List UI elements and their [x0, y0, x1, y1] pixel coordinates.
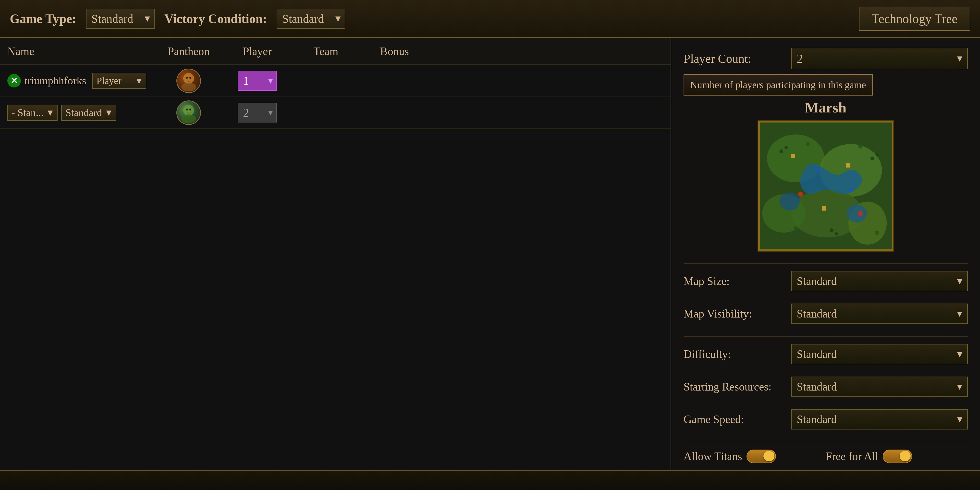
game-type-dropdown[interactable]: Standard ▼ — [86, 9, 154, 29]
player-count-row: Player Count: 2 3 4 6 8 ▼ — [684, 48, 968, 69]
starting-resources-select[interactable]: Standard Low High — [791, 377, 968, 397]
divider-1 — [684, 263, 968, 264]
player-num-cell-2[interactable]: 2 1 ▼ — [223, 103, 291, 123]
player-num-cell-1[interactable]: 1 2 ▼ — [223, 71, 291, 91]
svg-point-29 — [806, 142, 810, 146]
difficulty-select-wrapper[interactable]: Standard Easy Hard ▼ — [791, 344, 968, 364]
pantheon-avatar-2[interactable] — [177, 100, 201, 125]
svg-point-24 — [875, 153, 879, 157]
difficulty-row: Difficulty: Standard Easy Hard ▼ — [684, 344, 968, 364]
player-count-select-wrapper[interactable]: 2 3 4 6 8 ▼ — [791, 48, 968, 69]
allow-titans-toggle[interactable] — [746, 450, 776, 463]
free-for-all-toggle-group: Free for All — [826, 450, 968, 463]
free-for-all-toggle[interactable] — [883, 450, 912, 463]
top-bar: Game Type: Standard ▼ Victory Condition:… — [0, 0, 980, 38]
pantheon-cell-2 — [154, 100, 223, 125]
svg-rect-15 — [846, 163, 850, 167]
map-visibility-select[interactable]: Standard Explored Revealed — [791, 304, 968, 324]
map-preview-svg — [760, 123, 892, 250]
svg-point-20 — [849, 188, 853, 192]
col-header-player: Player — [223, 45, 291, 58]
game-speed-select-wrapper[interactable]: Standard Slow Fast ▼ — [791, 409, 968, 430]
divider-3 — [684, 442, 968, 442]
col-header-pantheon: Pantheon — [154, 45, 223, 58]
divider-2 — [684, 336, 968, 337]
civ-type-select[interactable]: Standard — [61, 105, 116, 121]
svg-point-17 — [858, 211, 863, 216]
pantheon-avatar-svg-2 — [178, 102, 200, 124]
svg-rect-14 — [791, 154, 795, 158]
map-size-row: Map Size: Standard Small Large ▼ — [684, 271, 968, 291]
svg-point-22 — [784, 146, 788, 150]
technology-tree-button[interactable]: Technology Tree — [859, 6, 970, 31]
map-size-select-wrapper[interactable]: Standard Small Large ▼ — [791, 271, 968, 291]
player-type-dropdown[interactable]: Player ▼ — [92, 73, 146, 89]
svg-point-18 — [798, 192, 803, 197]
civ-filter-select[interactable]: - Stan... — [7, 105, 57, 121]
starting-resources-label: Starting Resources: — [684, 380, 791, 393]
pantheon-avatar-1[interactable] — [177, 68, 201, 93]
victory-condition-label: Victory Condition: — [164, 11, 267, 26]
col-header-team: Team — [291, 45, 360, 58]
svg-point-0 — [183, 73, 194, 84]
game-type-select[interactable]: Standard — [86, 9, 154, 29]
victory-condition-dropdown[interactable]: Standard ▼ — [277, 9, 345, 29]
player-type-select-1[interactable]: Player — [92, 73, 146, 89]
bottom-bar — [0, 470, 980, 490]
svg-point-23 — [870, 157, 874, 161]
player-row2-options: - Stan... ▼ Standard ▼ — [7, 105, 154, 121]
pantheon-avatar-svg-1 — [178, 70, 200, 92]
player-name: triumphhforks — [24, 75, 86, 87]
map-visibility-label: Map Visibility: — [684, 307, 791, 320]
player-num-dropdown-2[interactable]: 2 1 ▼ — [238, 103, 277, 123]
map-frame — [758, 121, 893, 251]
svg-point-26 — [835, 232, 838, 236]
player-name-cell: ✕ triumphhforks Player ▼ — [7, 73, 154, 89]
map-size-select[interactable]: Standard Small Large — [791, 271, 968, 291]
svg-point-21 — [780, 149, 783, 153]
starting-resources-select-wrapper[interactable]: Standard Low High ▼ — [791, 377, 968, 397]
col-header-bonus: Bonus — [360, 45, 429, 58]
player-num-dropdown-1[interactable]: 1 2 ▼ — [238, 71, 277, 91]
svg-point-27 — [794, 226, 798, 230]
game-speed-select[interactable]: Standard Slow Fast — [791, 409, 968, 430]
svg-point-28 — [858, 144, 863, 149]
main-content: Name Pantheon Player Team Bonus ✕ triump… — [0, 38, 980, 490]
civ-filter-dropdown[interactable]: - Stan... ▼ — [7, 105, 57, 121]
svg-point-19 — [815, 169, 819, 172]
map-visibility-select-wrapper[interactable]: Standard Explored Revealed ▼ — [791, 304, 968, 324]
player-count-label: Player Count: — [684, 51, 791, 66]
allow-titans-toggle-group: Allow Titans — [684, 450, 826, 463]
column-headers: Name Pantheon Player Team Bonus — [0, 38, 671, 65]
allow-titans-label: Allow Titans — [684, 450, 742, 463]
map-visibility-row: Map Visibility: Standard Explored Reveal… — [684, 304, 968, 324]
right-panel: Player Count: 2 3 4 6 8 ▼ Number of play… — [671, 38, 980, 490]
col-header-name: Name — [7, 45, 154, 58]
svg-point-25 — [830, 228, 834, 232]
left-panel: Name Pantheon Player Team Bonus ✕ triump… — [0, 38, 671, 490]
civ-type-dropdown[interactable]: Standard ▼ — [61, 105, 116, 121]
difficulty-label: Difficulty: — [684, 348, 791, 361]
player-num-select-2[interactable]: 2 1 — [238, 103, 277, 123]
svg-point-1 — [181, 83, 196, 91]
map-size-label: Map Size: — [684, 275, 791, 288]
toggle-row-1: Allow Titans Free for All — [684, 450, 968, 463]
map-preview-container — [684, 121, 968, 251]
map-name: Marsh — [684, 99, 968, 116]
player-count-tooltip: Number of players participating in this … — [684, 74, 873, 95]
player-count-select[interactable]: 2 3 4 6 8 — [791, 48, 968, 69]
svg-point-2 — [186, 77, 188, 79]
pantheon-cell-1 — [154, 68, 223, 93]
svg-point-5 — [181, 115, 196, 123]
victory-condition-select[interactable]: Standard — [277, 9, 345, 29]
svg-point-6 — [186, 108, 188, 110]
game-speed-label: Game Speed: — [684, 413, 791, 426]
svg-point-30 — [875, 231, 879, 235]
xbox-icon: ✕ — [7, 74, 21, 88]
difficulty-select[interactable]: Standard Easy Hard — [791, 344, 968, 364]
free-for-all-label: Free for All — [826, 450, 878, 463]
game-type-label: Game Type: — [10, 11, 76, 26]
svg-point-4 — [183, 105, 194, 116]
svg-rect-16 — [822, 206, 826, 211]
player-num-select-1[interactable]: 1 2 — [238, 71, 277, 91]
